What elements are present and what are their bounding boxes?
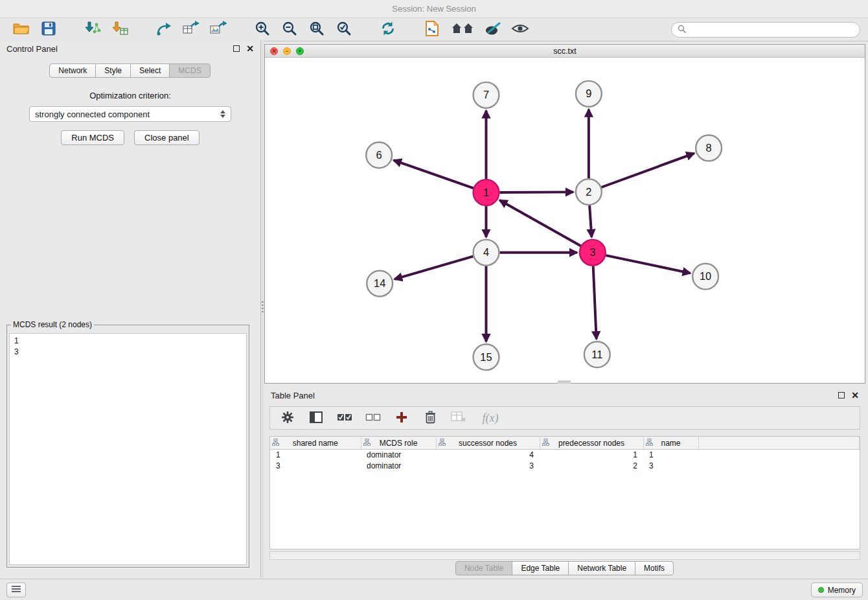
graph-node-11[interactable]: 11 — [584, 341, 610, 367]
optimization-criterion-label: Optimization criterion: — [0, 91, 260, 100]
table-cell[interactable]: 3 — [643, 461, 698, 472]
table-cell[interactable]: 3 — [436, 461, 540, 472]
zoom-in-button[interactable] — [249, 20, 276, 40]
column-tree-icon — [646, 439, 653, 446]
style-brush-button[interactable] — [479, 20, 507, 40]
delete-row-button[interactable] — [419, 409, 441, 427]
tab-mcds[interactable]: MCDS — [169, 63, 210, 78]
graph-node-6[interactable]: 6 — [366, 142, 392, 168]
column-header-shared-name[interactable]: shared name — [270, 437, 361, 450]
close-panel-button[interactable]: Close panel — [134, 130, 200, 145]
graph-edge-2-8[interactable] — [601, 154, 694, 187]
mcds-panel: Optimization criterion: strongly connect… — [0, 76, 260, 577]
column-header-mcds-role[interactable]: MCDS role — [361, 437, 436, 450]
minimize-window-button[interactable]: − — [283, 47, 291, 55]
network-graph[interactable]: 7968124314101511 — [265, 58, 865, 383]
home-button[interactable] — [446, 20, 479, 40]
tab-edge-table[interactable]: Edge Table — [512, 561, 569, 575]
graph-node-1[interactable]: 1 — [474, 179, 499, 205]
tab-network[interactable]: Network — [49, 63, 96, 78]
graph-node-3[interactable]: 3 — [580, 240, 606, 266]
memory-button[interactable]: Memory — [811, 583, 863, 597]
toggle-graphics-details-button[interactable] — [507, 20, 534, 40]
graph-node-7[interactable]: 7 — [474, 82, 499, 108]
add-row-button[interactable] — [391, 409, 413, 427]
column-header-name[interactable]: name — [643, 437, 698, 450]
graph-node-15[interactable]: 15 — [474, 344, 499, 370]
save-session-button[interactable] — [35, 20, 62, 40]
table-cell[interactable]: 2 — [540, 461, 643, 472]
window-title: Session: New Session — [392, 4, 475, 14]
column-header-predecessor-nodes[interactable]: predecessor nodes — [540, 437, 643, 450]
table-settings-button[interactable] — [277, 409, 299, 427]
import-table-button[interactable] — [106, 20, 133, 40]
graph-node-2[interactable]: 2 — [576, 179, 602, 205]
checked-boxes-icon — [337, 412, 352, 424]
export-table-button[interactable] — [177, 20, 205, 40]
document-network-icon — [425, 21, 439, 38]
column-tree-icon — [439, 439, 446, 446]
close-window-button[interactable]: ✕ — [270, 47, 278, 55]
network-window-titlebar[interactable]: ✕ − + scc.txt — [265, 45, 865, 58]
graph-node-8[interactable]: 8 — [696, 135, 722, 161]
open-session-button[interactable] — [8, 20, 35, 40]
close-table-panel-icon[interactable]: ✕ — [851, 391, 859, 400]
network-scrollbar-nub[interactable] — [558, 380, 571, 384]
import-network-button[interactable] — [79, 20, 106, 40]
export-network-button[interactable] — [150, 20, 177, 40]
search-box[interactable] — [671, 22, 860, 38]
graph-edge-1-2[interactable] — [499, 192, 573, 192]
zoom-out-button[interactable] — [276, 20, 303, 40]
table-cell[interactable]: 1 — [540, 450, 643, 461]
graph-edge-3-1[interactable] — [499, 200, 580, 246]
table-row[interactable]: 1dominator411 — [270, 450, 860, 461]
table-cell[interactable]: 1 — [270, 450, 361, 461]
copy-network-button[interactable] — [418, 20, 446, 40]
search-input[interactable] — [690, 25, 854, 34]
select-all-button[interactable] — [334, 409, 356, 427]
tab-network-table[interactable]: Network Table — [568, 561, 635, 575]
function-builder-button[interactable]: f(x) — [476, 409, 505, 427]
run-mcds-button[interactable]: Run MCDS — [61, 130, 124, 145]
float-table-panel-icon[interactable] — [838, 392, 845, 398]
tab-style[interactable]: Style — [95, 63, 131, 78]
close-panel-icon[interactable]: ✕ — [246, 44, 254, 53]
zoom-in-icon — [255, 21, 270, 38]
zoom-fit-button[interactable] — [303, 20, 330, 40]
graph-edge-3-11[interactable] — [593, 266, 597, 340]
tab-node-table[interactable]: Node Table — [455, 561, 513, 575]
import-table-icon — [111, 21, 128, 38]
apply-layout-button[interactable] — [374, 20, 402, 40]
mcds-result-title: MCDS result (2 nodes) — [11, 320, 94, 329]
table-panel-title: Table Panel — [271, 391, 315, 400]
table-cell[interactable]: 3 — [270, 461, 361, 472]
table-cell[interactable]: dominator — [361, 461, 436, 472]
graph-edge-1-6[interactable] — [394, 160, 474, 188]
graph-node-4[interactable]: 4 — [474, 240, 499, 266]
deselect-all-button[interactable] — [362, 409, 384, 427]
column-tree-icon — [272, 439, 279, 446]
table-cell[interactable]: 4 — [436, 450, 540, 461]
svg-text:8: 8 — [706, 142, 712, 154]
float-panel-icon[interactable] — [233, 45, 240, 52]
table-cell[interactable]: 1 — [643, 450, 698, 461]
network-canvas[interactable]: 7968124314101511 — [265, 58, 865, 383]
tab-motifs[interactable]: Motifs — [635, 561, 674, 575]
table-cell[interactable]: dominator — [361, 450, 436, 461]
tab-select[interactable]: Select — [130, 63, 170, 78]
export-image-button[interactable] — [205, 20, 232, 40]
graph-node-10[interactable]: 10 — [692, 264, 718, 290]
graph-edge-2-3[interactable] — [589, 205, 591, 237]
zoom-selected-button[interactable] — [330, 20, 358, 40]
table-row[interactable]: 3dominator323 — [270, 461, 860, 472]
show-panels-button[interactable] — [6, 583, 26, 597]
graph-edge-3-10[interactable] — [606, 255, 690, 273]
graph-node-14[interactable]: 14 — [367, 271, 393, 297]
column-layout-button[interactable] — [305, 409, 327, 427]
column-header-successor-nodes[interactable]: successor nodes — [436, 437, 540, 450]
graph-edge-4-14[interactable] — [394, 257, 473, 279]
maximize-window-button[interactable]: + — [296, 47, 304, 55]
criterion-dropdown[interactable]: strongly connected component — [29, 106, 231, 122]
table-horizontal-scrollbar[interactable] — [269, 551, 860, 560]
graph-node-9[interactable]: 9 — [576, 81, 602, 107]
